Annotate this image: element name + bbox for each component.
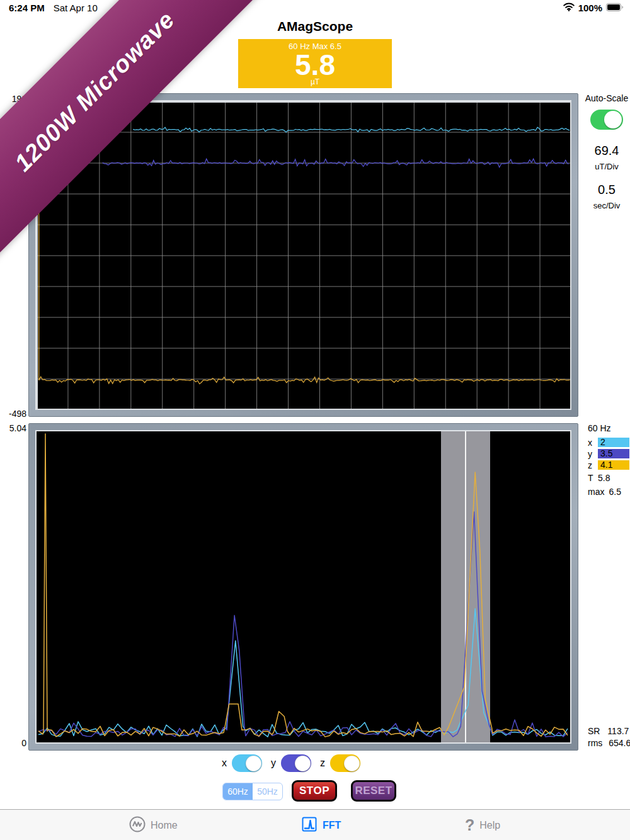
segment-50hz[interactable]: 50Hz bbox=[253, 783, 282, 800]
buttons-row: 60Hz 50Hz STOP RESET bbox=[0, 780, 630, 803]
axis-toggle-x[interactable]: x bbox=[222, 754, 262, 772]
fft-chart-frame bbox=[28, 423, 578, 751]
toggle-knob bbox=[295, 756, 311, 771]
tab-home[interactable]: Home bbox=[129, 810, 178, 840]
axis-toggle-label-y: y bbox=[271, 758, 276, 769]
fft-axis-label-z: z bbox=[588, 460, 598, 470]
scope-canvas bbox=[37, 101, 571, 410]
fft-frequency-label: 60 Hz bbox=[588, 423, 629, 433]
wifi-icon bbox=[563, 3, 575, 13]
readout-unit: µT bbox=[238, 79, 392, 85]
axis-toggle-label-z: z bbox=[320, 758, 325, 769]
battery-percent: 100% bbox=[578, 3, 602, 13]
fft-max-value: 6.5 bbox=[609, 487, 621, 497]
rms-label: rms bbox=[588, 738, 602, 748]
fft-value-chip-x: 2 bbox=[598, 438, 629, 447]
auto-scale-toggle[interactable] bbox=[590, 110, 623, 130]
scope-controls: Auto-Scale 69.4 uT/Div 0.5 sec/Div bbox=[585, 93, 629, 210]
readout-value: 5.8 bbox=[238, 51, 392, 79]
toggle-knob bbox=[344, 756, 360, 771]
tab-bar: Home FFT ? Help bbox=[0, 809, 630, 840]
tab-help[interactable]: ? Help bbox=[465, 810, 500, 840]
fft-chart-plot bbox=[37, 431, 570, 742]
frequency-marker-line bbox=[465, 431, 466, 742]
fft-total-label: T bbox=[588, 473, 598, 483]
main-readout: 60 Hz Max 6.5 5.8 µT bbox=[238, 39, 392, 88]
toggle-knob bbox=[246, 756, 261, 771]
ut-per-div-label: uT/Div bbox=[585, 162, 629, 171]
auto-scale-label: Auto-Scale bbox=[585, 93, 629, 103]
status-bar: 6:24 PM Sat Apr 10 100% bbox=[0, 0, 630, 16]
axis-toggle-switch-z bbox=[330, 754, 360, 772]
fft-spike-icon bbox=[301, 816, 318, 835]
battery-icon bbox=[606, 3, 624, 13]
ut-per-div-value: 69.4 bbox=[585, 144, 629, 158]
fft-value-chip-z: 4.1 bbox=[598, 460, 629, 470]
clock: 6:24 PM bbox=[9, 3, 45, 13]
sample-rate-label: SR bbox=[588, 726, 600, 736]
fft-axis-label-y: y bbox=[588, 449, 598, 459]
question-icon: ? bbox=[465, 817, 474, 833]
scope-y-min-label: -498 bbox=[0, 409, 26, 419]
axis-toggle-label-x: x bbox=[222, 758, 227, 769]
toggle-knob bbox=[604, 111, 622, 128]
axis-toggle-switch-y bbox=[281, 754, 311, 772]
axis-toggle-y[interactable]: y bbox=[271, 754, 311, 772]
sec-per-div-value: 0.5 bbox=[585, 183, 629, 197]
fft-stats: SR 113.7 rms 654.65 bbox=[588, 725, 630, 749]
fft-total-value: 5.8 bbox=[598, 473, 610, 483]
fft-readouts: 60 Hz x 2 y 3.5 z 4.1 T 5.8 max 6.5 bbox=[588, 423, 629, 497]
axis-toggle-row: x y z bbox=[222, 754, 360, 772]
rms-value: 654.65 bbox=[609, 738, 630, 748]
scope-chart-plot bbox=[37, 101, 570, 409]
fft-y-min-label: 0 bbox=[0, 738, 26, 748]
tab-fft[interactable]: FFT bbox=[301, 810, 341, 840]
fft-axis-label-x: x bbox=[588, 438, 598, 448]
fft-value-chip-y: 3.5 bbox=[598, 449, 629, 458]
fft-y-max-label: 5.04 bbox=[0, 423, 26, 433]
fft-max-label: max bbox=[588, 487, 604, 497]
sample-rate-value: 113.7 bbox=[607, 726, 629, 736]
frequency-segmented-control: 60Hz 50Hz bbox=[222, 783, 283, 800]
frequency-marker-band[interactable] bbox=[441, 431, 490, 742]
axis-toggle-switch-x bbox=[232, 754, 262, 772]
segment-60hz[interactable]: 60Hz bbox=[223, 783, 253, 800]
tab-help-label: Help bbox=[479, 820, 500, 831]
reset-button[interactable]: RESET bbox=[351, 780, 396, 802]
stop-button[interactable]: STOP bbox=[292, 780, 337, 802]
status-date: Sat Apr 10 bbox=[54, 3, 98, 13]
fft-canvas bbox=[37, 431, 571, 744]
axis-toggle-z[interactable]: z bbox=[320, 754, 360, 772]
waveform-circle-icon bbox=[129, 816, 146, 835]
tab-home-label: Home bbox=[151, 820, 178, 831]
tab-fft-label: FFT bbox=[323, 820, 341, 831]
sec-per-div-label: sec/Div bbox=[585, 201, 629, 210]
